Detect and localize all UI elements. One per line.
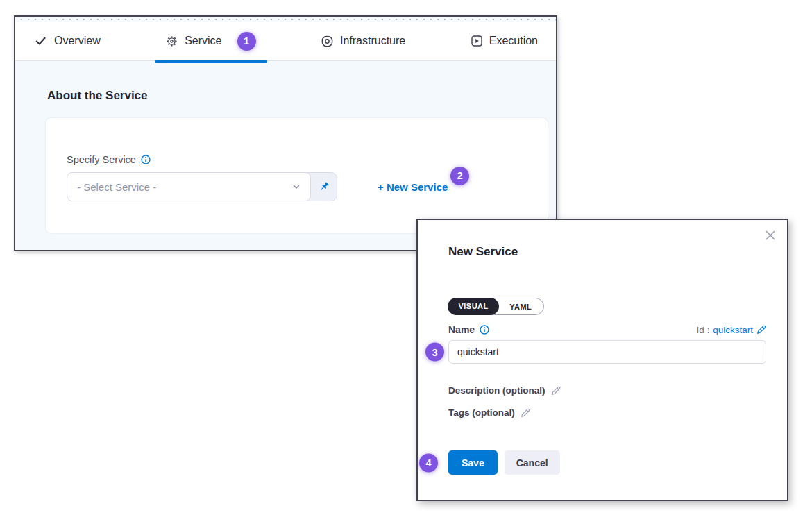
tags-label: Tags (optional)	[448, 407, 515, 418]
cancel-button[interactable]: Cancel	[505, 450, 560, 475]
toggle-yaml[interactable]: YAML	[498, 299, 543, 314]
chevron-down-icon	[291, 182, 301, 192]
name-label: Name	[448, 324, 475, 335]
tab-execution-label: Execution	[489, 35, 538, 47]
info-icon[interactable]	[141, 155, 151, 164]
pencil-icon[interactable]	[756, 325, 766, 335]
pin-icon	[318, 181, 330, 193]
tags-toggle[interactable]: Tags (optional)	[448, 407, 766, 418]
modal-title: New Service	[448, 245, 766, 259]
tab-infrastructure[interactable]: Infrastructure	[321, 35, 405, 47]
check-icon	[35, 35, 47, 47]
tab-execution[interactable]: Execution	[471, 35, 538, 47]
description-label: Description (optional)	[448, 385, 545, 396]
save-button[interactable]: Save	[448, 450, 498, 475]
gear-icon	[166, 35, 178, 47]
pipeline-stage-panel: Overview Service 1 Infrastructure Ex	[14, 15, 557, 251]
specify-service-card: Specify Service - Select Service -	[46, 118, 548, 233]
section-heading: About the Service	[47, 89, 548, 103]
close-button[interactable]	[761, 226, 780, 245]
stage-tab-bar: Overview Service 1 Infrastructure Ex	[15, 22, 556, 61]
pencil-icon	[521, 408, 530, 418]
annotation-step-3: 3	[425, 343, 444, 362]
service-id-row[interactable]: Id : quickstart	[696, 325, 766, 335]
screenshot-stage: Overview Service 1 Infrastructure Ex	[0, 0, 812, 524]
new-service-modal: New Service VISUAL YAML Name Id : quicks…	[416, 219, 788, 501]
tab-overview-label: Overview	[54, 35, 101, 47]
pin-service-button[interactable]	[310, 173, 337, 201]
annotation-step-4: 4	[419, 453, 438, 472]
annotation-step-1: 1	[237, 32, 256, 51]
visual-yaml-toggle: VISUAL YAML	[448, 298, 544, 315]
info-icon[interactable]	[480, 325, 489, 335]
tab-overview[interactable]: Overview	[35, 35, 101, 47]
service-select-group: - Select Service -	[67, 172, 337, 201]
service-select-placeholder: - Select Service -	[77, 181, 156, 193]
id-value: quickstart	[713, 325, 753, 335]
tab-service-label: Service	[185, 35, 221, 47]
annotation-step-2: 2	[450, 167, 469, 185]
tab-infrastructure-label: Infrastructure	[340, 35, 405, 47]
tab-service[interactable]: Service 1	[166, 32, 255, 51]
close-icon	[763, 228, 778, 243]
service-name-input[interactable]	[448, 340, 766, 364]
pencil-icon	[551, 386, 561, 396]
play-square-icon	[471, 35, 482, 47]
toggle-visual[interactable]: VISUAL	[448, 298, 498, 315]
description-toggle[interactable]: Description (optional)	[448, 385, 766, 396]
canvas-dots-strip	[15, 17, 556, 22]
specify-service-label: Specify Service	[67, 154, 136, 165]
target-ring-icon	[321, 35, 333, 47]
service-select[interactable]: - Select Service -	[67, 172, 311, 201]
new-service-link[interactable]: + New Service 2	[378, 181, 448, 193]
id-prefix-label: Id :	[696, 325, 709, 335]
new-service-link-label: + New Service	[378, 181, 448, 193]
